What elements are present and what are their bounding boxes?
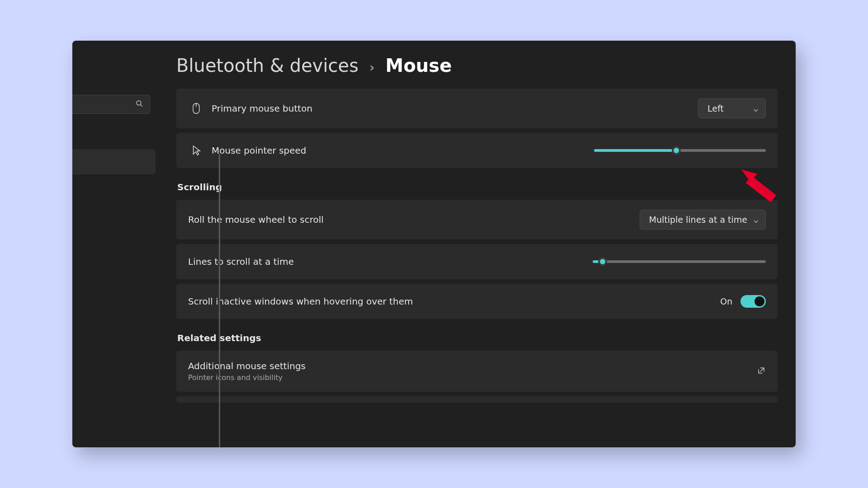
link-additional-mouse-settings[interactable]: Additional mouse settings Pointer icons …	[176, 351, 778, 392]
svg-line-1	[141, 105, 142, 107]
sidebar-nav: ces net y	[72, 124, 158, 328]
scroll-inactive-toggle[interactable]	[741, 295, 766, 308]
next-card-peek	[176, 396, 778, 403]
chevron-right-icon: ›	[369, 60, 375, 75]
profile-block[interactable]: le outlook.com	[72, 61, 158, 90]
toggle-state-text: On	[720, 296, 732, 306]
sidebar-item-network-internet[interactable]: net	[72, 174, 158, 200]
sidebar-item[interactable]	[72, 124, 158, 149]
breadcrumb-current: Mouse	[386, 55, 452, 76]
search-icon	[135, 99, 143, 109]
sidebar-item-bluetooth-devices[interactable]: ces	[72, 149, 156, 174]
setting-label: Lines to scroll at a time	[188, 256, 594, 267]
slider-thumb[interactable]	[672, 146, 681, 155]
chevron-down-icon	[753, 216, 759, 223]
sidebar-item[interactable]	[72, 225, 158, 250]
chevron-down-icon	[753, 105, 759, 112]
primary-button-dropdown[interactable]: Left	[698, 99, 766, 118]
pointer-speed-slider[interactable]	[594, 149, 766, 152]
roll-wheel-dropdown[interactable]: Multiple lines at a time	[640, 210, 766, 230]
sidebar: le outlook.com ces net y	[72, 41, 158, 447]
cursor-icon	[188, 145, 204, 156]
mouse-icon	[188, 103, 204, 114]
dropdown-value: Left	[708, 103, 724, 113]
link-title: Additional mouse settings	[188, 361, 757, 371]
setting-label: Mouse pointer speed	[212, 145, 594, 156]
setting-label: Primary mouse button	[212, 103, 698, 114]
search-input[interactable]	[72, 95, 150, 114]
setting-mouse-pointer-speed: Mouse pointer speed	[176, 133, 778, 168]
profile-email: outlook.com	[72, 71, 149, 80]
svg-point-0	[137, 101, 141, 105]
settings-window: le outlook.com ces net y Bl	[72, 41, 796, 447]
section-heading-related: Related settings	[177, 333, 778, 343]
setting-label: Scroll inactive windows when hovering ov…	[188, 296, 720, 307]
setting-label: Roll the mouse wheel to scroll	[188, 214, 640, 225]
toggle-knob	[755, 296, 764, 306]
main-content: Bluetooth & devices › Mouse Primary mous…	[158, 41, 796, 447]
breadcrumb-parent[interactable]: Bluetooth & devices	[176, 55, 359, 76]
breadcrumb: Bluetooth & devices › Mouse	[176, 55, 778, 76]
setting-lines-to-scroll: Lines to scroll at a time	[176, 244, 778, 279]
profile-name: le	[72, 61, 149, 70]
setting-roll-wheel: Roll the mouse wheel to scroll Multiple …	[176, 200, 778, 239]
sidebar-item[interactable]	[72, 303, 158, 328]
lines-to-scroll-slider[interactable]	[594, 260, 766, 263]
sidebar-item[interactable]	[72, 200, 158, 225]
dropdown-value: Multiple lines at a time	[649, 215, 747, 225]
setting-scroll-inactive: Scroll inactive windows when hovering ov…	[176, 284, 778, 319]
section-heading-scrolling: Scrolling	[177, 182, 778, 192]
sidebar-scrollbar[interactable]	[219, 154, 220, 447]
sidebar-item[interactable]: y	[72, 277, 158, 303]
setting-primary-mouse-button: Primary mouse button Left	[176, 89, 778, 128]
link-subtitle: Pointer icons and visibility	[188, 373, 757, 382]
open-external-icon	[757, 366, 766, 377]
slider-thumb[interactable]	[598, 257, 607, 266]
